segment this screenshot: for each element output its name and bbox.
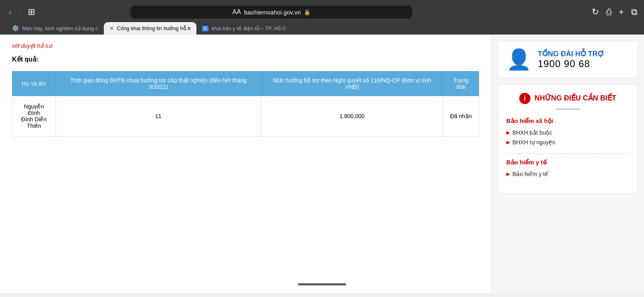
cell-thoi-gian: 11 [56, 96, 261, 137]
italic-text: xét duyệt hồ sơ. [12, 43, 479, 49]
col-header-1: Thời gian đóng BHTN chưa hưởng trợ cấp t… [56, 72, 261, 96]
support-number: 1900 90 68 [538, 58, 604, 70]
cell-trang-thai: Đã nhận [443, 96, 479, 137]
browser-chrome: ‹ › ⊞ AA baohiemxahoi.gov.vn 🔒 ↻ ⎙ + ⧉ ⚙… [0, 0, 644, 35]
support-info: TỔNG ĐÀI HỖ TRỢ 1900 90 68 [538, 49, 604, 70]
info-icon-label: i [524, 95, 526, 102]
toolbar-actions: ↻ ⎙ + ⧉ [592, 7, 638, 17]
table-row: Nguyễn ĐìnhĐình DiễnThiên 11 1.800.000 Đ… [12, 96, 479, 137]
cell-muc-huong: 1.800.000 [261, 96, 443, 137]
reader-icon[interactable]: ⊞ [25, 7, 38, 17]
tab-3[interactable]: K khai báo y tế điện tử – TP. Hồ C [196, 22, 292, 35]
tab1-favicon: ⚙️ [12, 25, 19, 31]
divider [556, 109, 580, 109]
col-header-3: Trạng thái [443, 72, 479, 96]
main-content: xét duyệt hồ sơ. Kết quả: Họ và tên Thời… [0, 35, 491, 293]
address-bar[interactable]: AA baohiemxahoi.gov.vn 🔒 [130, 6, 412, 18]
info-box-title: NHỮNG ĐIỀU CẦN BIẾT [535, 94, 616, 103]
aa-label: AA [232, 8, 241, 16]
arrow-icon-2: ▶ [506, 171, 510, 177]
bao-hiem-y-te-section: Bảo hiểm y tế ▶ Bảo hiểm y tế [506, 159, 629, 179]
sidebar: 👤 TỔNG ĐÀI HỖ TRỢ 1900 90 68 i NHỮNG ĐIỀ… [491, 35, 644, 293]
tab1-label: Mẹo hay, kinh nghiêm sử dụng c [22, 25, 98, 31]
share-icon[interactable]: ⎙ [606, 7, 611, 17]
url-text: baohiemxahoi.gov.vn [244, 9, 301, 16]
ket-qua-label: Kết quả: [12, 55, 479, 63]
col-header-2: Mức hưởng hỗ trợ theo Nghị quyết số 116/… [261, 72, 443, 96]
bhyt-item[interactable]: ▶ Bảo hiểm y tế [506, 169, 629, 179]
tab-1[interactable]: ⚙️ Mẹo hay, kinh nghiêm sử dụng c [6, 22, 104, 35]
bao-hiem-xa-hoi-section: Bảo hiểm xã hội ▶ BHXH bắt buộc ▶ BHXH t… [506, 117, 629, 147]
support-box: 👤 TỔNG ĐÀI HỖ TRỢ 1900 90 68 [498, 41, 638, 78]
tabs-icon[interactable]: ⧉ [631, 7, 638, 17]
bhxh-bat-buoc-item[interactable]: ▶ BHXH bắt buộc [506, 128, 629, 137]
cell-ho-ten: Nguyễn ĐìnhĐình DiễnThiên [12, 96, 56, 137]
tab-2[interactable]: ✕ Công khai thông tin hưởng hỗ tr [104, 22, 197, 35]
bhyt-label: Bảo hiểm y tế [512, 171, 548, 177]
page-content: xét duyệt hồ sơ. Kết quả: Họ và tên Thời… [0, 35, 644, 293]
support-title: TỔNG ĐÀI HỖ TRỢ [538, 49, 604, 58]
scroll-indicator [298, 283, 346, 285]
tab2-label: Công khai thông tin hưởng hỗ tr [117, 25, 191, 31]
nav-buttons: ‹ › ⊞ [6, 6, 38, 18]
arrow-icon-1: ▶ [506, 139, 510, 145]
refresh-icon[interactable]: ↻ [592, 7, 599, 17]
back-button[interactable]: ‹ [6, 6, 14, 18]
bhxh-tu-nguyen-item[interactable]: ▶ BHXH tự nguyện [506, 137, 629, 147]
browser-toolbar: ‹ › ⊞ AA baohiemxahoi.gov.vn 🔒 ↻ ⎙ + ⧉ [6, 3, 638, 22]
result-table: Họ và tên Thời gian đóng BHTN chưa hưởng… [12, 71, 479, 137]
info-icon: i [519, 93, 530, 104]
new-tab-icon[interactable]: + [619, 7, 624, 17]
forward-button[interactable]: › [16, 6, 23, 18]
tab3-label: khai báo y tế điện tử – TP. Hồ C [212, 25, 286, 31]
lock-icon: 🔒 [304, 9, 310, 15]
arrow-icon-0: ▶ [506, 130, 510, 135]
bhxh-bat-buoc-label: BHXH bắt buộc [512, 129, 552, 136]
tab3-favicon: K [202, 26, 208, 31]
category-divider [506, 154, 629, 154]
page-wrapper: ‹ › ⊞ AA baohiemxahoi.gov.vn 🔒 ↻ ⎙ + ⧉ ⚙… [0, 0, 644, 293]
info-header: i NHỮNG ĐIỀU CẦN BIẾT [506, 93, 629, 104]
tab2-close-icon[interactable]: ✕ [109, 25, 114, 31]
col-header-0: Họ và tên [12, 72, 56, 96]
bxh-title: Bảo hiểm xã hội [506, 117, 629, 125]
byt-title: Bảo hiểm y tế [506, 159, 629, 166]
support-avatar-icon: 👤 [506, 48, 531, 71]
tabs-bar: ⚙️ Mẹo hay, kinh nghiêm sử dụng c ✕ Công… [6, 22, 638, 35]
bhxh-tu-nguyen-label: BHXH tự nguyện [512, 139, 555, 145]
info-box: i NHỮNG ĐIỀU CẦN BIẾT Bảo hiểm xã hội ▶ … [498, 84, 638, 194]
